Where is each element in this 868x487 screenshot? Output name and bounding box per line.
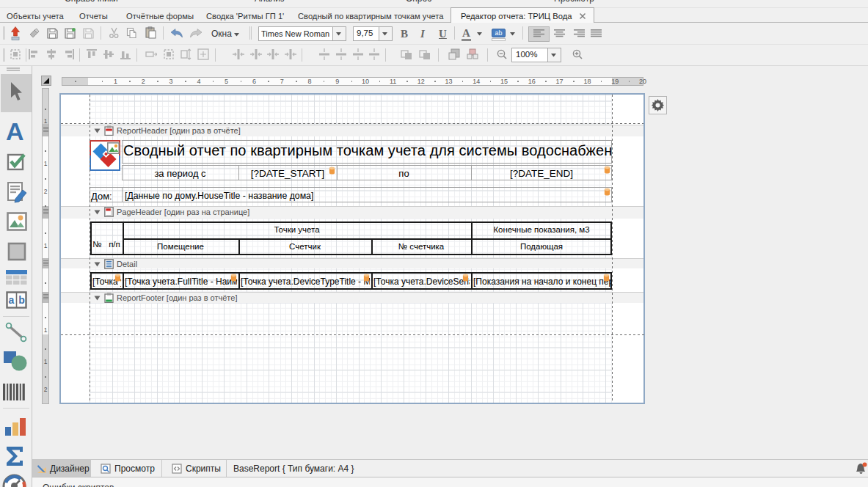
svg-text:b: b (18, 294, 25, 306)
svg-text:a: a (9, 294, 15, 306)
